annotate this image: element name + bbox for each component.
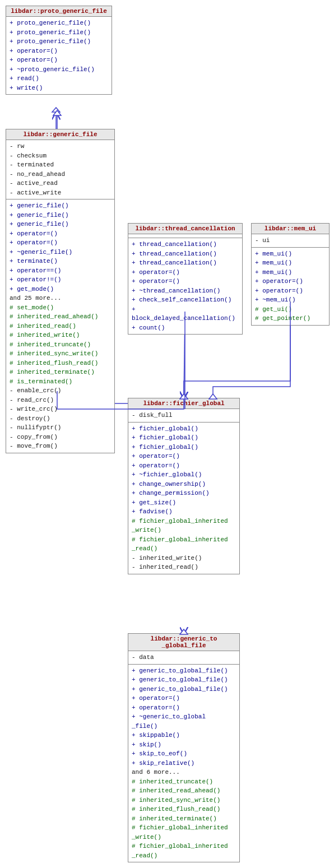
method-item: + operator=() bbox=[132, 461, 236, 471]
proto-generic-file-box: libdar::proto_generic_file + proto_gener… bbox=[6, 6, 112, 95]
method-item: + generic_file() bbox=[10, 220, 111, 229]
attr-item: - terminated bbox=[10, 160, 111, 170]
method-item: + thread_cancellation() bbox=[132, 249, 239, 259]
method-item: + write() bbox=[10, 83, 108, 93]
method-item: # inherited_read_ahead() bbox=[132, 786, 236, 796]
method-item: # inherited_sync_write() bbox=[132, 796, 236, 805]
generic-file-methods: + generic_file() + generic_file() + gene… bbox=[6, 199, 114, 453]
fichier-global-attrs: - disk_full bbox=[128, 409, 239, 423]
method-item: # inherited_write() bbox=[10, 331, 111, 340]
method-item: + mem_ui() bbox=[255, 258, 326, 268]
method-item: + change_ownership() bbox=[132, 480, 236, 489]
proto-generic-file-title: libdar::proto_generic_file bbox=[6, 6, 112, 17]
method-item: # inherited_sync_write() bbox=[10, 349, 111, 359]
method-item: - write_crc() bbox=[10, 405, 111, 414]
method-item: + operator=() bbox=[10, 55, 108, 65]
method-item: + proto_generic_file() bbox=[10, 37, 108, 47]
method-item: + ~generic_file() bbox=[10, 248, 111, 257]
method-item: - read_crc() bbox=[10, 396, 111, 405]
generic-to-global-file-methods: + generic_to_global_file() + generic_to_… bbox=[128, 665, 239, 862]
attr-item: - checksum bbox=[10, 151, 111, 161]
generic-file-attrs: - rw - checksum - terminated - no_read_a… bbox=[6, 140, 114, 199]
thread-cancellation-attrs bbox=[128, 234, 242, 238]
method-item: - inherited_write() bbox=[132, 554, 236, 563]
mem-ui-attrs: - ui bbox=[252, 234, 329, 248]
method-item: + fichier_global() bbox=[132, 424, 236, 434]
method-item: # fichier_global_inherited_write() bbox=[132, 517, 236, 535]
method-item: - move_from() bbox=[10, 442, 111, 451]
fichier-global-title: libdar::fichier_global bbox=[128, 398, 239, 409]
attr-item: - active_read bbox=[10, 179, 111, 188]
method-item: + thread_cancellation() bbox=[132, 240, 239, 249]
method-item: # inherited_read() bbox=[10, 322, 111, 331]
svg-marker-1 bbox=[52, 108, 60, 112]
method-item: # is_terminated() bbox=[10, 377, 111, 387]
generic-to-global-file-attrs: - data bbox=[128, 651, 239, 665]
method-item: + operator=() bbox=[10, 47, 108, 56]
fichier-global-box: libdar::fichier_global - disk_full + fic… bbox=[128, 398, 240, 574]
attr-item: - disk_full bbox=[132, 411, 236, 420]
method-item: + change_permission() bbox=[132, 489, 236, 498]
attr-item: - rw bbox=[10, 142, 111, 151]
method-item: # fichier_global_inherited_read() bbox=[132, 842, 236, 860]
method-item: # inherited_truncate() bbox=[10, 340, 111, 350]
method-item: + ~proto_generic_file() bbox=[10, 65, 108, 75]
proto-generic-file-methods: + proto_generic_file() + proto_generic_f… bbox=[6, 17, 112, 94]
method-item: - nullifyptr() bbox=[10, 423, 111, 433]
method-item: # inherited_truncate() bbox=[132, 777, 236, 787]
method-item: + operator=() bbox=[255, 277, 326, 286]
method-item: + block_delayed_cancellation() bbox=[132, 305, 239, 323]
method-item: + count() bbox=[132, 323, 239, 333]
method-item: + generic_to_global_file() bbox=[132, 675, 236, 685]
thread-cancellation-box: libdar::thread_cancellation + thread_can… bbox=[128, 223, 243, 335]
attr-item: - data bbox=[132, 653, 236, 662]
method-item: # get_ui() bbox=[255, 305, 326, 314]
method-item: + skip_relative() bbox=[132, 759, 236, 768]
generic-to-global-file-box: libdar::generic_to_global_file - data + … bbox=[128, 633, 240, 862]
fichier-global-methods: + fichier_global() + fichier_global() + … bbox=[128, 423, 239, 574]
method-item: + skippable() bbox=[132, 731, 236, 740]
thread-cancellation-methods: + thread_cancellation() + thread_cancell… bbox=[128, 238, 242, 334]
method-item: + skip() bbox=[132, 740, 236, 750]
method-item: + operator==() bbox=[10, 266, 111, 276]
attr-item: - no_read_ahead bbox=[10, 170, 111, 179]
method-item: # set_mode() bbox=[10, 303, 111, 313]
method-item: + ~thread_cancellation() bbox=[132, 286, 239, 296]
thread-cancellation-title: libdar::thread_cancellation bbox=[128, 224, 242, 234]
method-item: + operator=() bbox=[255, 286, 326, 296]
method-item: + thread_cancellation() bbox=[132, 258, 239, 268]
method-item: - destroy() bbox=[10, 414, 111, 424]
method-item: + ~generic_to_global_file() bbox=[132, 712, 236, 731]
mem-ui-methods: + mem_ui() + mem_ui() + mem_ui() + opera… bbox=[252, 248, 329, 325]
method-item: + get_mode() bbox=[10, 285, 111, 294]
method-item: + terminate() bbox=[10, 257, 111, 266]
mem-ui-box: libdar::mem_ui - ui + mem_ui() + mem_ui(… bbox=[251, 223, 330, 326]
method-item: + generic_file() bbox=[10, 201, 111, 211]
method-item: # inherited_terminate() bbox=[132, 814, 236, 824]
attr-item: - active_write bbox=[10, 188, 111, 198]
mem-ui-title: libdar::mem_ui bbox=[252, 224, 329, 234]
method-item: + get_size() bbox=[132, 498, 236, 508]
method-item: + operator!=() bbox=[10, 275, 111, 285]
method-item: + generic_to_global_file() bbox=[132, 685, 236, 694]
method-item: # inherited_flush_read() bbox=[132, 805, 236, 814]
method-item: + generic_file() bbox=[10, 211, 111, 220]
method-item: + generic_to_global_file() bbox=[132, 666, 236, 676]
method-item: - enable_crc() bbox=[10, 386, 111, 396]
method-item: + operator=() bbox=[132, 703, 236, 713]
method-item: + fichier_global() bbox=[132, 443, 236, 452]
attr-item: - ui bbox=[255, 236, 326, 245]
method-item: + fichier_global() bbox=[132, 433, 236, 443]
method-item: + fadvise() bbox=[132, 507, 236, 517]
method-item: + operator=() bbox=[10, 229, 111, 239]
svg-marker-10 bbox=[53, 110, 61, 115]
method-item: + proto_generic_file() bbox=[10, 28, 108, 38]
method-item: and 25 more... bbox=[10, 294, 111, 303]
method-item: + proto_generic_file() bbox=[10, 18, 108, 28]
method-item: # get_pointer() bbox=[255, 314, 326, 323]
method-item: - copy_from() bbox=[10, 433, 111, 442]
method-item: + operator=() bbox=[132, 694, 236, 703]
method-item: + ~mem_ui() bbox=[255, 295, 326, 305]
method-item: + read() bbox=[10, 74, 108, 83]
method-item: + check_self_cancellation() bbox=[132, 295, 239, 305]
